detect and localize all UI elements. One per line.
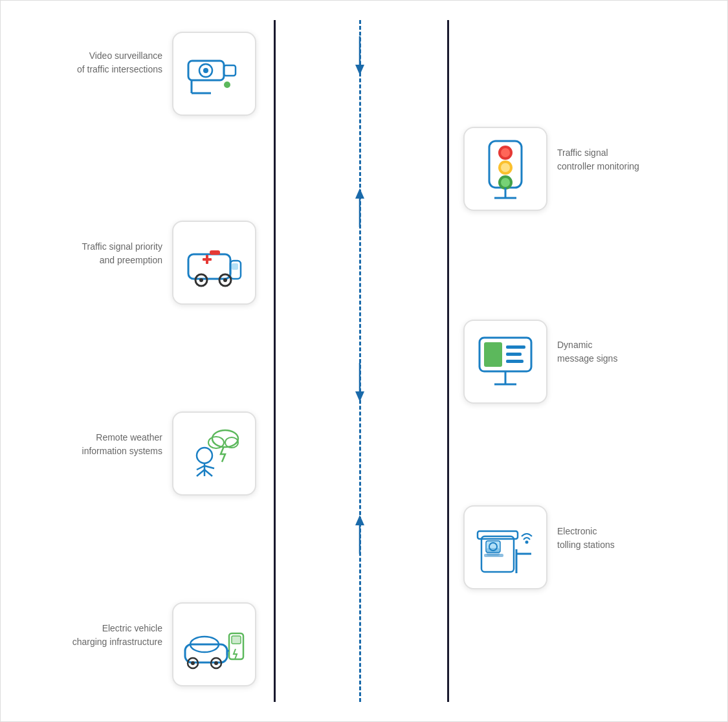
svg-line-27 [197,470,204,476]
arrow-down-1 [353,36,367,78]
svg-line-29 [197,466,204,470]
svg-line-28 [204,470,212,476]
svg-marker-7 [355,515,364,525]
svg-point-46 [501,148,510,157]
road-center-dashed [359,20,361,702]
svg-rect-68 [487,548,500,556]
svg-point-14 [224,82,230,88]
svg-rect-54 [484,342,502,367]
svg-marker-1 [355,65,364,75]
traffic-signal-controller-card [463,127,547,211]
svg-point-50 [501,178,510,187]
video-surveillance-label: Video surveillanceof traffic intersectio… [14,49,162,76]
electronic-tolling-card [463,505,547,589]
svg-marker-5 [355,391,364,402]
svg-point-39 [214,661,218,665]
svg-rect-55 [506,345,525,349]
diagram-container: Video surveillanceof traffic intersectio… [0,0,728,722]
svg-point-10 [203,68,208,73]
arrow-up-2 [353,515,367,556]
svg-rect-19 [232,263,238,270]
remote-weather-card [172,411,256,496]
traffic-signal-priority-label: Traffic signal priorityand preemption [7,240,162,267]
svg-point-67 [525,541,529,544]
road-left-line [274,20,276,702]
svg-point-48 [501,163,510,172]
dynamic-message-signs-label: Dynamicmessage signs [557,338,712,366]
svg-point-21 [199,278,203,282]
svg-point-25 [197,448,212,463]
svg-rect-11 [224,65,236,76]
svg-marker-3 [355,188,364,199]
ev-charging-label: Electric vehiclecharging infrastructure [7,622,162,649]
electronic-tolling-label: Electronictolling stations [557,525,712,552]
arrow-up-1 [353,188,367,230]
svg-rect-18 [206,255,208,264]
svg-rect-24 [210,250,220,255]
video-surveillance-card [172,32,256,116]
svg-rect-61 [478,531,518,539]
traffic-signal-priority-card [172,221,256,305]
svg-point-37 [191,661,195,665]
ev-charging-card [172,602,256,686]
dynamic-message-signs-card [463,320,547,404]
svg-point-23 [223,278,227,282]
svg-rect-41 [232,636,241,644]
svg-rect-56 [506,353,522,356]
road-right-line [447,20,449,702]
traffic-signal-controller-label: Traffic signalcontroller monitoring [557,146,712,173]
svg-rect-57 [506,360,524,363]
svg-line-30 [204,466,214,468]
arrow-down-2 [353,363,367,404]
remote-weather-label: Remote weatherinformation systems [7,431,162,458]
svg-point-32 [208,437,224,448]
